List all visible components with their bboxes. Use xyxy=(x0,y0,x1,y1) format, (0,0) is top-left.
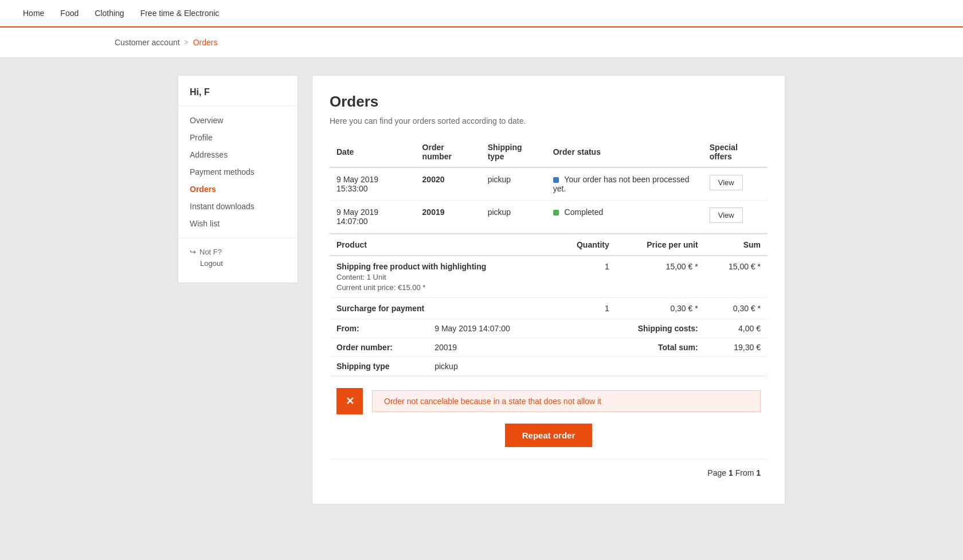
line-item-1-price: 15,00 € * xyxy=(616,256,705,298)
page-subtitle: Here you can find your orders sorted acc… xyxy=(330,116,768,126)
order-actions-2: View xyxy=(703,201,768,233)
nav-free-time[interactable]: Free time & Electronic xyxy=(140,9,220,18)
cancel-error-row: ✕ Order not cancelable because in a stat… xyxy=(336,388,761,414)
summary-total-value: 19,30 € xyxy=(705,338,768,357)
content-area: Orders Here you can find your orders sor… xyxy=(312,75,785,504)
col-order-number: Order number xyxy=(416,137,481,167)
breadcrumb-parent[interactable]: Customer account xyxy=(115,38,180,47)
page-title: Orders xyxy=(330,93,768,111)
col-special-offers: Special offers xyxy=(703,137,768,167)
view-button-1[interactable]: View xyxy=(710,175,743,190)
pagination-bar: Page 1 From 1 xyxy=(330,459,768,487)
order-status-1: Your order has not been processed yet. xyxy=(546,167,703,201)
order-summary-row-3: Shipping type pickup xyxy=(330,357,768,376)
order-shipping-1: pickup xyxy=(481,167,546,201)
total-pages: 1 xyxy=(756,468,761,477)
order-summary-row: From: 9 May 2019 14:07:00 Shipping costs… xyxy=(330,319,768,338)
sidebar-logout-section: ↪ Not F? Logout xyxy=(178,244,297,271)
order-number-1: 20020 xyxy=(416,167,481,201)
summary-total-label: Total sum: xyxy=(553,338,704,357)
line-item-1-product: Shipping free product with highlighting … xyxy=(330,256,553,298)
order-date-2: 9 May 2019 14:07:00 xyxy=(330,201,416,233)
pagination-text: Page 1 From 1 xyxy=(707,468,761,477)
sidebar-link-wishlist[interactable]: Wish list xyxy=(178,215,297,232)
sidebar-item-payment[interactable]: Payment methods xyxy=(178,163,297,181)
sidebar-item-profile[interactable]: Profile xyxy=(178,129,297,146)
line-item-2-product: Surcharge for payment xyxy=(330,298,553,319)
table-row: 9 May 2019 15:33:00 20020 pickup Your or… xyxy=(330,167,768,201)
line-item-1: Shipping free product with highlighting … xyxy=(330,256,768,298)
detail-col-sum: Sum xyxy=(705,234,768,256)
table-row: 9 May 2019 14:07:00 20019 pickup Complet… xyxy=(330,201,768,233)
order-actions-1: View xyxy=(703,167,768,201)
nav-home[interactable]: Home xyxy=(23,9,44,18)
sidebar-divider xyxy=(178,238,297,238)
line-item-1-qty: 1 xyxy=(553,256,616,298)
status-badge-2 xyxy=(553,210,559,216)
order-status-2: Completed xyxy=(546,201,703,233)
order-detail-table: Product Quantity Price per unit Sum xyxy=(330,233,768,376)
sidebar-item-orders[interactable]: Orders xyxy=(178,181,297,198)
summary-from-label: From: xyxy=(330,319,428,338)
sidebar-link-orders[interactable]: Orders xyxy=(178,181,297,198)
sidebar-link-payment[interactable]: Payment methods xyxy=(178,163,297,181)
nav-food[interactable]: Food xyxy=(60,9,79,18)
top-navigation: Home Food Clothing Free time & Electroni… xyxy=(0,0,963,28)
order-detail-row: Product Quantity Price per unit Sum xyxy=(330,233,768,459)
repeat-order-button[interactable]: Repeat order xyxy=(505,424,593,447)
breadcrumb: Customer account > Orders xyxy=(0,28,963,58)
line-item-2-name: Surcharge for payment xyxy=(336,304,546,313)
sidebar-item-downloads[interactable]: Instant downloads xyxy=(178,198,297,215)
order-detail-cell: Product Quantity Price per unit Sum xyxy=(330,233,768,459)
summary-shipping-label: Shipping costs: xyxy=(553,319,704,338)
sidebar-item-addresses[interactable]: Addresses xyxy=(178,146,297,163)
sidebar-link-overview[interactable]: Overview xyxy=(178,112,297,129)
not-user-text: Not F? xyxy=(199,248,222,256)
order-summary-row-2: Order number: 20019 Total sum: 19,30 € xyxy=(330,338,768,357)
detail-header-row: Product Quantity Price per unit Sum xyxy=(330,234,768,256)
sidebar-greeting: Hi, F xyxy=(178,87,297,106)
user-switch-icon: ↪ xyxy=(190,248,196,256)
sidebar-link-downloads[interactable]: Instant downloads xyxy=(178,198,297,215)
line-item-2-sum: 0,30 € * xyxy=(705,298,768,319)
summary-order-num-label: Order number: xyxy=(330,338,428,357)
col-order-status: Order status xyxy=(546,137,703,167)
detail-col-product: Product xyxy=(330,234,553,256)
sidebar-link-profile[interactable]: Profile xyxy=(178,129,297,146)
not-user-label: ↪ Not F? xyxy=(190,248,286,256)
line-item-2: Surcharge for payment 1 0,30 € * 0,30 € … xyxy=(330,298,768,319)
col-date: Date xyxy=(330,137,416,167)
summary-shipping-type-value: pickup xyxy=(428,357,553,376)
line-item-2-price: 0,30 € * xyxy=(616,298,705,319)
line-item-1-sum: 15,00 € * xyxy=(705,256,768,298)
view-button-2[interactable]: View xyxy=(710,207,743,223)
sidebar-item-overview[interactable]: Overview xyxy=(178,112,297,129)
sidebar-item-wishlist[interactable]: Wish list xyxy=(178,215,297,232)
order-date-1: 9 May 2019 15:33:00 xyxy=(330,167,416,201)
orders-table: Date Order number Shipping type Order st… xyxy=(330,137,768,459)
detail-col-price: Price per unit xyxy=(616,234,705,256)
sidebar-link-addresses[interactable]: Addresses xyxy=(178,146,297,163)
line-item-1-meta1: Content: 1 Unit xyxy=(336,273,546,281)
order-shipping-2: pickup xyxy=(481,201,546,233)
cancel-button[interactable]: ✕ xyxy=(336,388,363,414)
status-label-2: Completed xyxy=(565,207,604,217)
sidebar-menu: Overview Profile Addresses Payment metho… xyxy=(178,112,297,232)
summary-order-num-value: 20019 xyxy=(428,338,553,357)
line-item-1-name: Shipping free product with highlighting xyxy=(336,262,546,271)
line-item-1-meta2: Current unit price: €15.00 * xyxy=(336,283,546,292)
orders-table-header-row: Date Order number Shipping type Order st… xyxy=(330,137,768,167)
summary-shipping-type-label: Shipping type xyxy=(330,357,428,376)
nav-clothing[interactable]: Clothing xyxy=(95,9,124,18)
status-badge-1 xyxy=(553,177,559,183)
cancel-error-message: Order not cancelable because in a state … xyxy=(372,390,761,412)
sidebar: Hi, F Overview Profile Addresses Payment… xyxy=(178,75,298,283)
breadcrumb-current: Orders xyxy=(193,38,218,47)
line-item-2-qty: 1 xyxy=(553,298,616,319)
logout-link[interactable]: Logout xyxy=(190,259,223,268)
summary-from-value: 9 May 2019 14:07:00 xyxy=(428,319,553,338)
order-number-2: 20019 xyxy=(416,201,481,233)
detail-col-quantity: Quantity xyxy=(553,234,616,256)
summary-shipping-value: 4,00 € xyxy=(705,319,768,338)
main-container: Hi, F Overview Profile Addresses Payment… xyxy=(166,75,797,504)
